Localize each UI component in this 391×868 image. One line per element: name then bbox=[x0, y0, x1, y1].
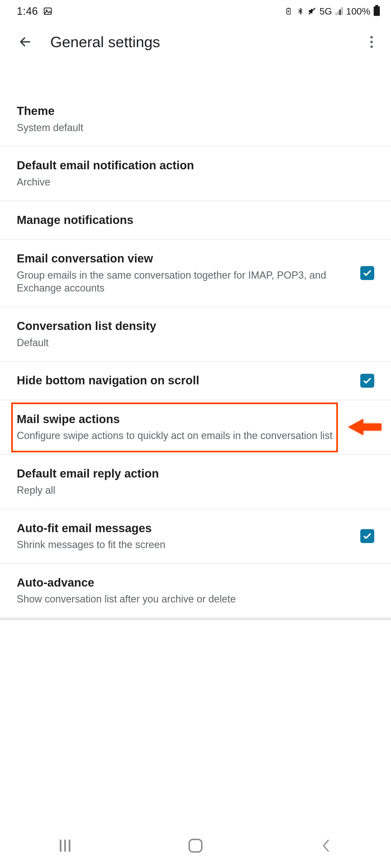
setting-auto-fit-messages[interactable]: Auto-fit email messages Shrink messages … bbox=[0, 509, 391, 564]
image-notification-icon bbox=[43, 6, 53, 16]
setting-title: Manage notifications bbox=[17, 213, 363, 227]
checkmark-icon bbox=[362, 531, 372, 541]
setting-subtitle: Default bbox=[17, 336, 363, 349]
auto-fit-checkbox[interactable] bbox=[360, 529, 374, 543]
annotation-arrow bbox=[346, 416, 383, 439]
recents-icon bbox=[60, 840, 71, 852]
bluetooth-icon bbox=[296, 7, 304, 16]
home-icon bbox=[189, 839, 202, 852]
conversation-view-checkbox[interactable] bbox=[360, 266, 374, 280]
setting-title: Mail swipe actions bbox=[17, 412, 363, 427]
setting-title: Auto-fit email messages bbox=[17, 521, 341, 536]
setting-title: Default email notification action bbox=[17, 158, 363, 173]
battery-percent: 100% bbox=[346, 6, 370, 17]
setting-default-notification-action[interactable]: Default email notification action Archiv… bbox=[0, 147, 391, 201]
setting-title: Default email reply action bbox=[17, 466, 363, 481]
setting-subtitle: Shrink messages to fit the screen bbox=[17, 538, 341, 551]
status-clock: 1:46 bbox=[17, 5, 38, 17]
overflow-menu-button[interactable] bbox=[363, 33, 380, 50]
setting-theme[interactable]: Theme System default bbox=[0, 92, 391, 147]
setting-subtitle: System default bbox=[17, 121, 363, 134]
setting-subtitle: Show conversation list after you archive… bbox=[17, 593, 363, 606]
setting-manage-notifications[interactable]: Manage notifications bbox=[0, 201, 391, 240]
setting-subtitle: Configure swipe actions to quickly act o… bbox=[17, 429, 363, 442]
setting-list-density[interactable]: Conversation list density Default bbox=[0, 307, 391, 362]
setting-auto-advance[interactable]: Auto-advance Show conversation list afte… bbox=[0, 564, 391, 618]
battery-saver-icon bbox=[284, 7, 293, 16]
signal-strength-icon bbox=[335, 7, 343, 15]
nav-back-button[interactable] bbox=[312, 837, 340, 854]
setting-title: Auto-advance bbox=[17, 576, 363, 590]
mute-icon bbox=[308, 7, 316, 16]
setting-hide-bottom-nav[interactable]: Hide bottom navigation on scroll bbox=[0, 362, 391, 400]
setting-subtitle: Reply all bbox=[17, 484, 363, 497]
list-separator bbox=[0, 618, 391, 620]
nav-home-button[interactable] bbox=[181, 837, 210, 854]
setting-title: Conversation list density bbox=[17, 319, 363, 334]
more-vert-icon bbox=[370, 36, 373, 48]
setting-title: Theme bbox=[17, 104, 363, 119]
battery-icon bbox=[374, 6, 380, 16]
nav-recents-button[interactable] bbox=[51, 837, 79, 854]
setting-title: Email conversation view bbox=[17, 251, 341, 266]
setting-subtitle: Archive bbox=[17, 176, 363, 189]
checkmark-icon bbox=[362, 268, 372, 278]
status-right: 5G 100% bbox=[284, 6, 380, 17]
app-bar: General settings bbox=[0, 22, 391, 61]
setting-default-reply-action[interactable]: Default email reply action Reply all bbox=[0, 455, 391, 509]
back-button[interactable] bbox=[17, 33, 33, 50]
setting-subtitle: Group emails in the same conversation to… bbox=[17, 269, 341, 295]
setting-conversation-view[interactable]: Email conversation view Group emails in … bbox=[0, 240, 391, 307]
setting-title: Hide bottom navigation on scroll bbox=[17, 373, 341, 388]
hide-nav-checkbox[interactable] bbox=[360, 374, 374, 388]
network-type: 5G bbox=[319, 6, 332, 17]
arrow-left-icon bbox=[19, 35, 32, 49]
setting-mail-swipe-actions[interactable]: Mail swipe actions Configure swipe actio… bbox=[0, 400, 391, 455]
system-nav-bar bbox=[0, 824, 391, 868]
page-title: General settings bbox=[50, 33, 363, 51]
settings-list: Theme System default Default email notif… bbox=[0, 61, 391, 620]
checkmark-icon bbox=[362, 376, 372, 386]
svg-rect-3 bbox=[287, 8, 289, 9]
status-bar: 1:46 5G 100% bbox=[0, 0, 391, 22]
chevron-left-icon bbox=[321, 839, 331, 852]
highlighted-setting-wrapper: Mail swipe actions Configure swipe actio… bbox=[0, 400, 391, 455]
status-left: 1:46 bbox=[17, 5, 53, 17]
